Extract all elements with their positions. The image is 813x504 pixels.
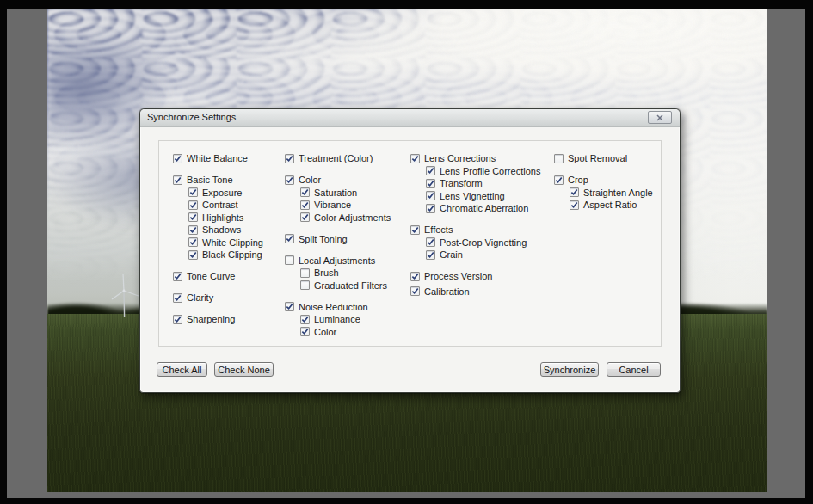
checkbox-item[interactable]: Lens Corrections — [410, 152, 540, 165]
checkbox-label: Process Version — [424, 271, 492, 281]
checkbox-checked[interactable] — [285, 175, 294, 185]
checkbox-label: Vibrance — [314, 200, 351, 210]
checkbox-checked[interactable] — [300, 187, 310, 197]
synchronize-settings-dialog: Synchronize Settings White BalanceBasic … — [139, 108, 681, 393]
checkbox-checked[interactable] — [173, 272, 182, 281]
checkbox-checked[interactable] — [300, 200, 310, 210]
checkbox-item[interactable]: Lens Vignetting — [426, 190, 540, 203]
checkbox-checked[interactable] — [426, 237, 435, 247]
checkbox-checked[interactable] — [173, 175, 182, 185]
checkbox-checked[interactable] — [285, 234, 294, 243]
checkbox-label: Crop — [568, 175, 588, 185]
checkbox-checked[interactable] — [410, 154, 420, 163]
checkbox-checked[interactable] — [188, 212, 198, 222]
checkbox-checked[interactable] — [285, 154, 294, 163]
checkbox-item[interactable]: Transform — [426, 177, 540, 190]
checkbox-item[interactable]: White Clipping — [188, 237, 263, 249]
checkbox-checked[interactable] — [300, 327, 310, 336]
checkbox-checked[interactable] — [285, 302, 294, 311]
checkbox-checked[interactable] — [426, 179, 435, 188]
checkbox-checked[interactable] — [554, 175, 564, 185]
checkbox-item[interactable]: Grain — [426, 249, 540, 261]
checkbox-item[interactable]: Black Clipping — [188, 249, 263, 261]
checkbox-unchecked[interactable] — [554, 154, 564, 163]
checkbox-label: Tone Curve — [187, 271, 235, 281]
checkbox-item[interactable]: Lens Profile Corrections — [426, 165, 540, 178]
cancel-button[interactable]: Cancel — [607, 362, 661, 377]
checkbox-item[interactable]: Highlights — [188, 212, 263, 224]
checkbox-unchecked[interactable] — [300, 280, 310, 290]
checkbox-item[interactable]: Shadows — [188, 224, 263, 237]
checkbox-item[interactable]: Chromatic Aberration — [426, 202, 540, 215]
checkbox-checked[interactable] — [570, 187, 579, 197]
checkbox-item[interactable]: Clarity — [173, 292, 263, 304]
checkbox-checked[interactable] — [173, 293, 182, 303]
checkbox-column: White BalanceBasic ToneExposureContrastH… — [173, 152, 263, 326]
checkbox-checked[interactable] — [426, 204, 435, 213]
checkbox-label: Post-Crop Vignetting — [440, 237, 527, 248]
checkbox-label: Grain — [440, 249, 463, 260]
checkbox-checked[interactable] — [188, 237, 198, 247]
checkbox-item[interactable]: Contrast — [188, 199, 263, 212]
checkbox-column: Lens CorrectionsLens Profile Corrections… — [410, 152, 540, 298]
checkbox-checked[interactable] — [173, 154, 182, 163]
checkbox-checked[interactable] — [570, 200, 579, 210]
dialog-titlebar[interactable]: Synchronize Settings — [140, 109, 680, 127]
checkbox-label: Color — [314, 327, 336, 337]
checkbox-item[interactable]: White Balance — [173, 152, 263, 165]
checkbox-item[interactable]: Split Toning — [285, 233, 391, 246]
checkbox-label: Transform — [440, 178, 483, 188]
canvas-frame-bottom — [0, 498, 813, 504]
checkbox-checked[interactable] — [426, 250, 435, 260]
checkbox-checked[interactable] — [426, 166, 435, 175]
checkbox-item[interactable]: Effects — [410, 224, 540, 237]
checkbox-item[interactable]: Process Version — [410, 270, 540, 283]
checkbox-item[interactable]: Exposure — [188, 187, 263, 200]
checkbox-item[interactable]: Vibrance — [300, 199, 391, 212]
checkbox-item[interactable]: Local Adjustments — [285, 255, 391, 267]
checkbox-item[interactable]: Spot Removal — [554, 152, 653, 165]
check-all-button[interactable]: Check All — [157, 362, 207, 377]
checkbox-item[interactable]: Luminance — [300, 313, 391, 326]
checkbox-item[interactable]: Color — [285, 174, 391, 187]
checkbox-item[interactable]: Noise Reduction — [285, 301, 391, 314]
checkbox-checked[interactable] — [410, 286, 420, 296]
checkbox-label: Highlights — [202, 212, 243, 223]
checkbox-unchecked[interactable] — [285, 255, 294, 265]
checkbox-item[interactable]: Straighten Angle — [570, 187, 653, 200]
checkbox-label: Aspect Ratio — [583, 200, 637, 210]
checkbox-checked[interactable] — [300, 212, 310, 222]
checkbox-checked[interactable] — [188, 250, 198, 260]
checkbox-item[interactable]: Color Adjustments — [300, 212, 391, 224]
checkbox-item[interactable]: Aspect Ratio — [570, 199, 653, 212]
checkbox-checked[interactable] — [188, 225, 198, 235]
checkbox-unchecked[interactable] — [300, 268, 310, 278]
checkbox-label: Effects — [424, 224, 453, 235]
check-none-button[interactable]: Check None — [214, 362, 274, 377]
checkbox-checked[interactable] — [173, 315, 182, 324]
canvas-frame-right — [805, 0, 813, 504]
checkbox-checked[interactable] — [300, 315, 310, 324]
checkbox-item[interactable]: Post-Crop Vignetting — [426, 237, 540, 249]
checkbox-checked[interactable] — [410, 272, 420, 281]
checkbox-item[interactable]: Color — [300, 326, 391, 339]
checkbox-item[interactable]: Graduated Filters — [300, 280, 391, 292]
checkbox-label: Treatment (Color) — [299, 153, 373, 163]
checkbox-label: Basic Tone — [187, 175, 233, 185]
synchronize-button[interactable]: Synchronize — [540, 362, 599, 377]
checkbox-label: Lens Profile Corrections — [440, 166, 540, 176]
checkbox-checked[interactable] — [410, 225, 420, 235]
checkbox-item[interactable]: Crop — [554, 174, 653, 187]
checkbox-item[interactable]: Treatment (Color) — [285, 152, 391, 165]
checkbox-item[interactable]: Basic Tone — [173, 174, 263, 187]
checkbox-item[interactable]: Sharpening — [173, 313, 263, 326]
close-button[interactable] — [648, 111, 672, 124]
checkbox-item[interactable]: Calibration — [410, 286, 540, 298]
checkbox-item[interactable]: Tone Curve — [173, 270, 263, 283]
checkbox-checked[interactable] — [426, 191, 435, 200]
checkbox-label: Sharpening — [187, 314, 235, 324]
checkbox-checked[interactable] — [188, 200, 198, 210]
checkbox-item[interactable]: Brush — [300, 267, 391, 280]
checkbox-item[interactable]: Saturation — [300, 187, 391, 200]
checkbox-checked[interactable] — [188, 187, 198, 197]
